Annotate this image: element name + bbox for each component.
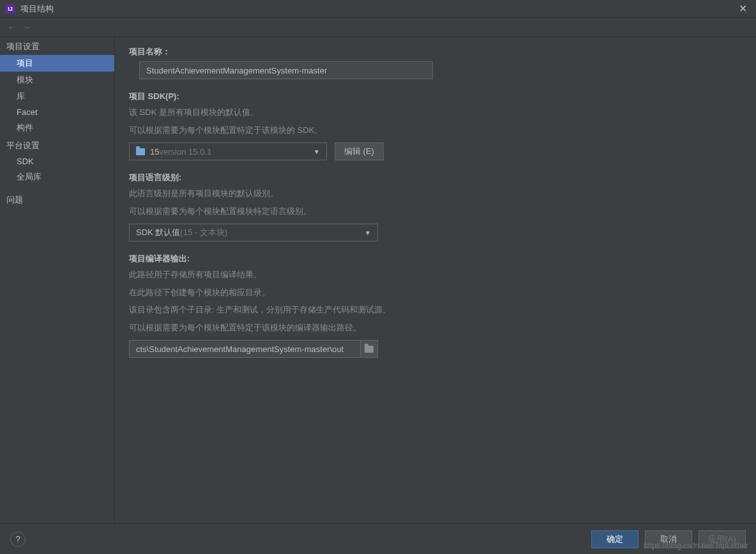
sidebar-item-project[interactable]: 项目 [0, 55, 114, 72]
sdk-selected-version: version 15.0.1 [159, 147, 211, 157]
forward-arrow-icon[interactable]: → [20, 21, 33, 34]
language-level-label: 项目语言级别: [129, 172, 742, 183]
watermark-text: https://blog.csdn.net/TopLuther [644, 541, 748, 550]
language-level-desc2: 可以根据需要为每个模块配置模块特定语言级别。 [129, 205, 742, 218]
project-name-input[interactable] [139, 61, 433, 79]
chevron-down-icon: ▼ [365, 229, 371, 236]
folder-icon [365, 346, 374, 353]
sidebar-item-modules[interactable]: 模块 [0, 72, 114, 88]
sidebar-item-artifacts[interactable]: 构件 [0, 119, 114, 136]
sdk-folder-icon [136, 148, 145, 155]
sidebar-item-global-libraries[interactable]: 全局库 [0, 169, 114, 185]
compiler-output-desc1: 此路径用于存储所有项目编译结果。 [129, 268, 742, 281]
chevron-down-icon: ▼ [314, 148, 320, 155]
compiler-output-desc2: 在此路径下创建每个模块的相应目录。 [129, 286, 742, 299]
ok-button[interactable]: 确定 [591, 530, 639, 548]
sdk-selected-name: 15 [150, 147, 159, 157]
nav-bar: ← → [0, 18, 756, 37]
browse-button[interactable] [360, 340, 378, 358]
project-sdk-label: 项目 SDK(P): [129, 91, 742, 102]
language-level-hint: (15 - 文本块) [180, 227, 227, 238]
content-area: 项目名称： 项目 SDK(P): 该 SDK 是所有项目模块的默认值。 可以根据… [115, 37, 756, 523]
footer-bar: ? 确定 取消 应用(A) [0, 523, 756, 554]
close-icon[interactable]: ✕ [735, 3, 751, 15]
language-level-combobox[interactable]: SDK 默认值 (15 - 文本块) ▼ [129, 224, 378, 242]
compiler-output-desc4: 可以根据需要为每个模块配置特定于该模块的编译器输出路径。 [129, 321, 742, 334]
project-sdk-desc2: 可以根据需要为每个模块配置特定于该模块的 SDK。 [129, 124, 742, 137]
project-name-label: 项目名称： [129, 46, 742, 58]
project-sdk-combobox[interactable]: 15 version 15.0.1 ▼ [129, 142, 327, 160]
compiler-output-label: 项目编译器输出: [129, 253, 742, 265]
sidebar-section-platform-settings: 平台设置 [0, 136, 114, 154]
sidebar-section-project-settings: 项目设置 [0, 37, 114, 55]
sidebar: 项目设置 项目 模块 库 Facet 构件 平台设置 SDK 全局库 问题 [0, 37, 115, 523]
project-sdk-desc1: 该 SDK 是所有项目模块的默认值。 [129, 106, 742, 119]
sidebar-item-problems[interactable]: 问题 [0, 192, 114, 208]
title-bar: IJ 项目结构 ✕ [0, 0, 756, 18]
compiler-output-desc3: 该目录包含两个子目录: 生产和测试，分别用于存储生产代码和测试源。 [129, 304, 742, 316]
language-level-selected: SDK 默认值 [136, 227, 180, 238]
language-level-desc1: 此语言级别是所有项目模块的默认级别。 [129, 187, 742, 200]
sidebar-item-sdk[interactable]: SDK [0, 154, 114, 169]
help-icon[interactable]: ? [10, 532, 26, 547]
window-title: 项目结构 [20, 3, 735, 15]
edit-sdk-button[interactable]: 编辑 (E) [335, 142, 384, 160]
sidebar-item-libraries[interactable]: 库 [0, 88, 114, 105]
sidebar-item-facet[interactable]: Facet [0, 105, 114, 119]
compiler-output-input[interactable] [129, 340, 360, 358]
back-arrow-icon[interactable]: ← [5, 21, 18, 34]
app-icon: IJ [5, 4, 15, 14]
